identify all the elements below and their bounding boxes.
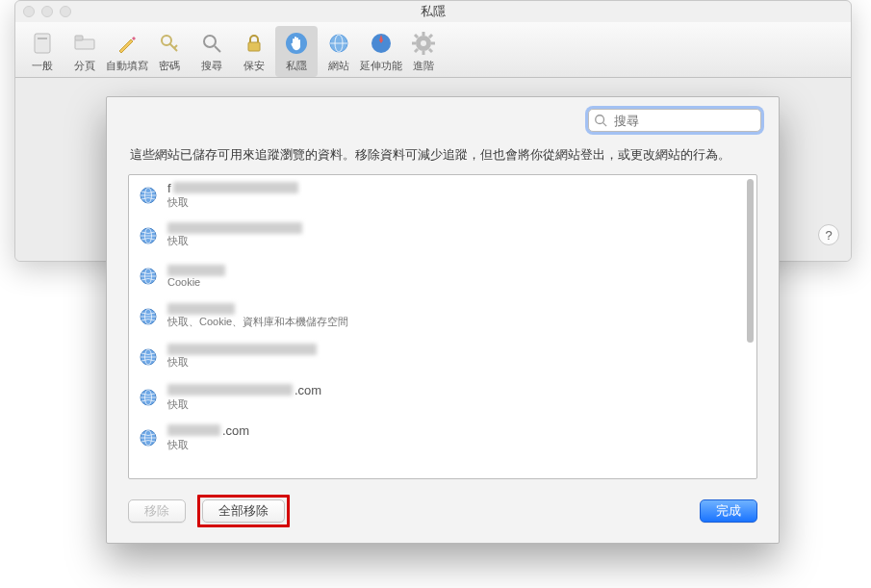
svg-line-6	[174, 45, 177, 48]
tab-websites[interactable]: 網站	[318, 26, 360, 77]
redacted-domain	[173, 182, 298, 193]
globe-icon	[139, 428, 158, 447]
tab-label: 保安	[243, 59, 265, 73]
svg-rect-9	[248, 42, 260, 51]
row-domain: .com	[167, 423, 249, 438]
globe-icon	[139, 186, 158, 205]
svg-line-23	[415, 49, 418, 52]
scrollbar[interactable]	[747, 179, 754, 343]
prefs-toolbar: 一般 分頁 自動填寫 密碼 搜尋	[15, 22, 851, 78]
remove-button[interactable]: 移除	[128, 499, 186, 523]
row-domain	[167, 265, 225, 276]
svg-point-25	[596, 115, 604, 124]
list-scroll-area[interactable]: f快取快取Cookie快取、Cookie、資料庫和本機儲存空間快取.com快取.…	[129, 175, 756, 479]
sheet-search-row	[107, 97, 779, 140]
redacted-domain	[167, 222, 302, 234]
row-domain: .com	[167, 383, 321, 397]
svg-rect-3	[75, 36, 83, 40]
tab-label: 分頁	[74, 59, 95, 73]
help-button[interactable]: ?	[818, 224, 839, 245]
svg-line-21	[415, 35, 418, 38]
tab-label: 搜尋	[201, 59, 222, 73]
globe-icon	[139, 307, 158, 326]
website-data-row[interactable]: 快取	[129, 337, 756, 377]
row-subtitle: 快取、Cookie、資料庫和本機儲存空間	[167, 315, 348, 329]
row-subtitle: Cookie	[167, 276, 225, 288]
autofill-icon	[114, 30, 141, 57]
row-texts: .com快取	[167, 423, 249, 452]
magnify-icon	[198, 30, 225, 57]
svg-line-22	[429, 49, 432, 52]
row-domain	[167, 344, 317, 355]
svg-line-8	[215, 46, 220, 52]
globe-icon	[325, 30, 352, 57]
website-data-row[interactable]: 快取	[129, 216, 756, 256]
website-data-row[interactable]: 快取、Cookie、資料庫和本機儲存空間	[129, 296, 756, 337]
globe-icon	[139, 226, 158, 245]
gear-icon	[410, 30, 437, 57]
row-subtitle: 快取	[167, 355, 317, 370]
website-data-row[interactable]: .com快取	[129, 418, 756, 458]
tab-label: 一般	[32, 59, 53, 73]
lock-icon	[241, 30, 268, 57]
row-subtitle: 快取	[167, 397, 321, 412]
tab-security[interactable]: 保安	[233, 26, 275, 77]
search-input[interactable]	[588, 109, 761, 132]
row-domain	[167, 222, 302, 234]
puzzle-icon	[368, 30, 395, 57]
svg-line-24	[429, 35, 432, 38]
tab-passwords[interactable]: 密碼	[148, 26, 191, 77]
sheet-description: 這些網站已儲存可用來追蹤瀏覽的資料。移除資料可減少追蹤，但也會將你從網站登出，或…	[107, 140, 779, 174]
tab-general[interactable]: 一般	[21, 26, 64, 77]
row-subtitle: 快取	[167, 195, 298, 210]
svg-line-26	[603, 123, 607, 127]
general-icon	[29, 30, 56, 57]
website-data-sheet: 這些網站已儲存可用來追蹤瀏覽的資料。移除資料可減少追蹤，但也會將你從網站登出，或…	[106, 96, 780, 544]
search-field-wrap	[588, 109, 761, 132]
tab-extensions[interactable]: 延伸功能	[360, 26, 402, 77]
website-data-row[interactable]: f快取	[129, 175, 756, 216]
tab-label: 進階	[413, 59, 434, 73]
website-data-row[interactable]: .com快取	[129, 377, 756, 418]
remove-all-button[interactable]: 全部移除	[202, 499, 285, 523]
key-icon	[156, 30, 183, 57]
tab-privacy[interactable]: 私隱	[275, 26, 318, 77]
row-texts: 快取	[167, 344, 317, 370]
done-button[interactable]: 完成	[700, 499, 757, 523]
row-texts: .com快取	[167, 383, 321, 412]
redacted-domain	[167, 303, 235, 315]
website-data-list: f快取快取Cookie快取、Cookie、資料庫和本機儲存空間快取.com快取.…	[128, 174, 757, 480]
globe-icon	[139, 388, 158, 407]
row-texts: 快取、Cookie、資料庫和本機儲存空間	[167, 303, 348, 329]
redacted-domain	[167, 344, 317, 355]
row-texts: Cookie	[167, 265, 225, 288]
window-title: 私隱	[15, 3, 851, 20]
tab-search[interactable]: 搜尋	[191, 26, 233, 77]
hand-icon	[283, 30, 310, 57]
svg-point-7	[204, 36, 216, 47]
row-domain	[167, 303, 348, 315]
row-texts: f快取	[167, 181, 298, 210]
tab-advanced[interactable]: 進階	[402, 26, 445, 77]
search-icon	[594, 114, 607, 127]
row-texts: 快取	[167, 222, 302, 248]
globe-icon	[139, 267, 158, 286]
tabs-icon	[71, 30, 98, 57]
redacted-domain	[167, 384, 293, 396]
sheet-footer: 移除 全部移除 完成	[107, 479, 779, 543]
website-data-row[interactable]: Cookie	[129, 256, 756, 296]
svg-rect-1	[38, 38, 47, 39]
tab-autofill[interactable]: 自動填寫	[106, 26, 148, 77]
tab-label: 私隱	[286, 59, 307, 73]
redacted-domain	[167, 265, 225, 276]
tab-label: 網站	[328, 59, 349, 73]
row-subtitle: 快取	[167, 438, 249, 452]
redacted-domain	[167, 424, 220, 436]
highlight-annotation: 全部移除	[197, 495, 290, 527]
tab-label: 自動填寫	[106, 59, 148, 73]
titlebar: 私隱	[15, 1, 851, 22]
tab-tabs[interactable]: 分頁	[64, 26, 106, 77]
tab-label: 延伸功能	[360, 59, 402, 73]
svg-rect-0	[35, 34, 50, 53]
globe-icon	[139, 347, 158, 367]
